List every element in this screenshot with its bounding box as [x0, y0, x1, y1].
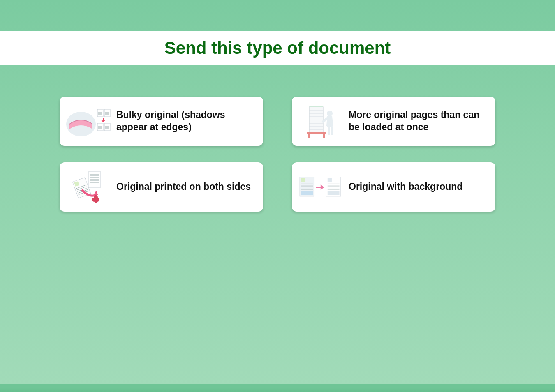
- background-removal-icon: [298, 169, 343, 205]
- option-label: Original printed on both sides: [116, 181, 251, 193]
- svg-rect-1: [97, 109, 103, 117]
- svg-rect-57: [301, 191, 313, 195]
- option-bulky-original[interactable]: Bulky original (shadows appear at edges): [60, 97, 263, 146]
- svg-rect-64: [328, 178, 332, 182]
- svg-rect-30: [307, 132, 326, 134]
- svg-point-53: [94, 195, 98, 199]
- option-two-sided[interactable]: Original printed on both sides: [60, 162, 263, 212]
- svg-rect-56: [301, 178, 305, 182]
- option-label: Bulky original (shadows appear at edges): [116, 109, 255, 134]
- page-title: Send this type of document: [164, 38, 391, 58]
- svg-rect-65: [328, 191, 340, 195]
- svg-rect-11: [97, 123, 103, 131]
- option-more-pages[interactable]: More original pages than can be loaded a…: [292, 97, 495, 146]
- option-label: More original pages than can be loaded a…: [349, 109, 487, 134]
- title-band: Send this type of document: [0, 31, 555, 65]
- svg-point-33: [327, 111, 333, 116]
- svg-rect-2: [104, 109, 110, 117]
- svg-rect-21: [309, 107, 323, 132]
- two-sided-icon: [65, 169, 111, 205]
- bulky-original-icon: [65, 104, 111, 139]
- option-grid: Bulky original (shadows appear at edges): [0, 97, 555, 212]
- option-with-background[interactable]: Original with background: [292, 162, 495, 212]
- svg-rect-32: [323, 134, 325, 138]
- svg-rect-12: [104, 123, 110, 131]
- tall-stack-icon: [298, 104, 343, 139]
- svg-rect-35: [331, 127, 333, 135]
- option-label: Original with background: [349, 181, 462, 193]
- svg-rect-34: [328, 127, 330, 135]
- svg-rect-54: [95, 201, 97, 203]
- footer-strip: [0, 384, 555, 392]
- svg-rect-31: [308, 134, 310, 138]
